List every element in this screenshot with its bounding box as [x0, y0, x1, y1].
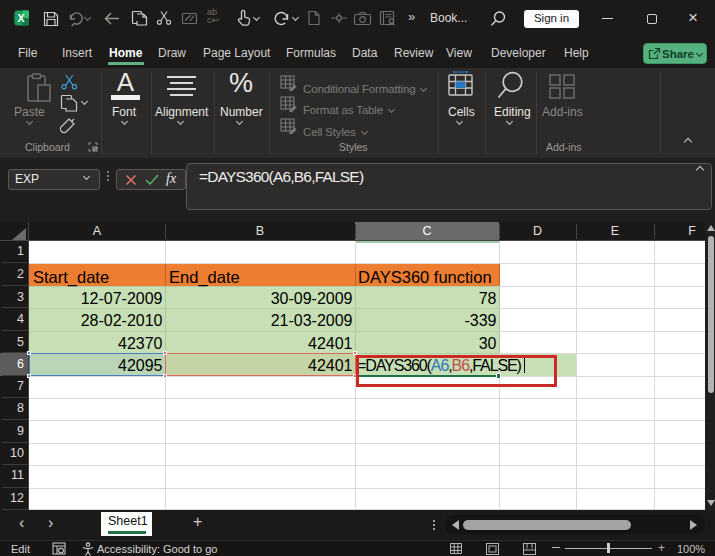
svg-text:X: X [17, 12, 24, 24]
